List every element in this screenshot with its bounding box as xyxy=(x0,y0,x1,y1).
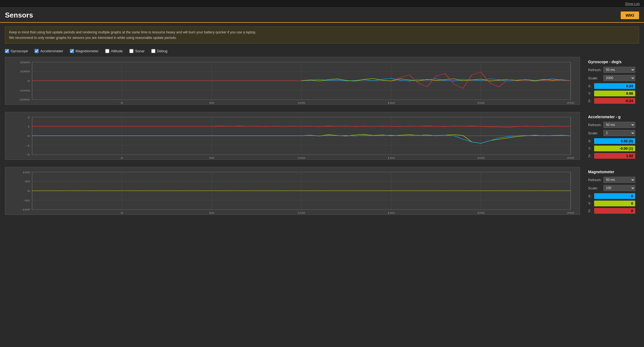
wiki-button[interactable]: WIKI xyxy=(621,11,639,19)
gyroscope-x-row: X: 0.24 xyxy=(588,83,635,89)
checkbox-altitude[interactable]: Altitude xyxy=(105,49,123,53)
gyroscope-panel: Gyroscope - deg/s Refresh: 50 ms 10 ms 2… xyxy=(584,57,639,108)
checkbox-magnetometer-input[interactable] xyxy=(70,49,74,53)
svg-text:50: 50 xyxy=(209,211,214,214)
svg-text:-1000: -1000 xyxy=(18,89,30,92)
magnetometer-x-value: 0 xyxy=(594,193,635,199)
svg-text:-50: -50 xyxy=(23,199,30,202)
svg-text:100: 100 xyxy=(298,211,305,214)
checkbox-accelerometer[interactable]: Accelerometer xyxy=(35,49,63,53)
gyroscope-row: 2000 1000 0 -1000 -2000 0 50 100 150 200… xyxy=(5,57,639,108)
accelerometer-chart: 2 1 0 -1 -2 0 50 100 150 200 250 xyxy=(5,112,580,160)
checkbox-sonar-label: Sonar xyxy=(135,49,145,53)
svg-text:-100: -100 xyxy=(21,208,30,211)
checkbox-sonar-input[interactable] xyxy=(129,49,133,53)
gyroscope-y-row: Y: 0.98 xyxy=(588,91,635,96)
accelerometer-x-row: X: 0.02 (0) xyxy=(588,138,635,144)
checkbox-magnetometer[interactable]: Magnetometer xyxy=(70,49,99,53)
magnetometer-panel-title: Magnetometer xyxy=(588,170,635,174)
magnetometer-scale-label: Scale: xyxy=(588,186,602,190)
checkbox-gyroscope-input[interactable] xyxy=(5,49,9,53)
magnetometer-x-row: X: 0 xyxy=(588,193,635,199)
checkbox-sonar[interactable]: Sonar xyxy=(129,49,145,53)
magnetometer-chart: 100 50 0 -50 -100 0 50 100 150 200 250 xyxy=(5,167,580,215)
gyroscope-chart: 2000 1000 0 -1000 -2000 0 50 100 150 200… xyxy=(5,57,580,105)
magnetometer-panel: Magnetometer Refresh: 50 ms 10 ms 20 ms … xyxy=(584,167,639,218)
gyroscope-z-row: Z: -0.24 xyxy=(588,98,635,104)
svg-text:-2: -2 xyxy=(26,153,30,156)
accelerometer-z-row: Z: 1.02 xyxy=(588,153,635,159)
svg-text:-1: -1 xyxy=(26,144,30,147)
magnetometer-scale-select[interactable]: 100 200 400 1000 xyxy=(603,185,635,191)
svg-text:200: 200 xyxy=(477,101,485,104)
svg-text:-2000: -2000 xyxy=(18,98,30,101)
magnetometer-refresh-select[interactable]: 50 ms 10 ms 20 ms 100 ms 200 ms 500 ms xyxy=(603,177,635,183)
svg-text:100: 100 xyxy=(298,156,305,159)
svg-text:150: 150 xyxy=(387,101,395,104)
accelerometer-scale-row: Scale: 2 4 8 16 xyxy=(588,130,635,136)
svg-text:150: 150 xyxy=(387,156,395,159)
warning-line2: We recommend to only render graphs for s… xyxy=(9,35,635,41)
magnetometer-refresh-row: Refresh: 50 ms 10 ms 20 ms 100 ms 200 ms… xyxy=(588,177,635,183)
checkbox-magnetometer-label: Magnetometer xyxy=(76,49,99,53)
sensor-checkboxes: Gyroscope Accelerometer Magnetometer Alt… xyxy=(0,46,644,57)
svg-text:200: 200 xyxy=(477,156,485,159)
svg-text:100: 100 xyxy=(22,171,30,174)
accelerometer-scale-label: Scale: xyxy=(588,131,602,135)
checkbox-gyroscope-label: Gyroscope xyxy=(11,49,28,53)
magnetometer-z-row: Z: 0 xyxy=(588,208,635,214)
checkbox-gyroscope[interactable]: Gyroscope xyxy=(5,49,28,53)
checkbox-accelerometer-input[interactable] xyxy=(35,49,39,53)
svg-text:0: 0 xyxy=(121,101,123,104)
gyroscope-y-value: 0.98 xyxy=(594,91,635,96)
svg-text:50: 50 xyxy=(25,180,30,183)
magnetometer-x-label: X: xyxy=(588,194,594,198)
accelerometer-y-row: Y: -0.00 (1) xyxy=(588,146,635,151)
accelerometer-y-value: -0.00 (1) xyxy=(594,146,635,151)
top-bar: Show Log xyxy=(0,0,644,8)
accelerometer-refresh-select[interactable]: 50 ms 10 ms 20 ms 100 ms 200 ms 500 ms xyxy=(603,122,635,128)
svg-text:0: 0 xyxy=(121,156,123,159)
accelerometer-z-label: Z: xyxy=(588,154,594,158)
svg-text:0: 0 xyxy=(27,79,30,82)
svg-text:250: 250 xyxy=(567,156,574,159)
gyroscope-x-label: X: xyxy=(588,84,594,88)
accelerometer-panel: Accelerometer - g Refresh: 50 ms 10 ms 2… xyxy=(584,112,639,163)
show-log-link[interactable]: Show Log xyxy=(625,2,640,6)
warning-box: Keep in mind that using fast update peri… xyxy=(5,27,639,44)
gyroscope-scale-label: Scale: xyxy=(588,76,602,80)
accelerometer-x-label: X: xyxy=(588,139,594,143)
accelerometer-y-label: Y: xyxy=(588,146,594,151)
gyroscope-scale-select[interactable]: 2000 250 500 1000 xyxy=(603,75,635,81)
svg-text:100: 100 xyxy=(298,101,305,104)
accelerometer-row: 2 1 0 -1 -2 0 50 100 150 200 250 xyxy=(5,112,639,163)
svg-text:0: 0 xyxy=(27,134,30,137)
checkbox-altitude-input[interactable] xyxy=(105,49,109,53)
magnetometer-refresh-label: Refresh: xyxy=(588,178,602,182)
svg-text:1000: 1000 xyxy=(20,70,30,73)
accelerometer-z-value: 1.02 xyxy=(594,153,635,159)
content-area: 2000 1000 0 -1000 -2000 0 50 100 150 200… xyxy=(0,57,644,222)
gyroscope-refresh-select[interactable]: 50 ms 10 ms 20 ms 100 ms 200 ms 500 ms xyxy=(603,67,635,73)
gyroscope-refresh-label: Refresh: xyxy=(588,68,602,72)
magnetometer-scale-row: Scale: 100 200 400 1000 xyxy=(588,185,635,191)
accelerometer-scale-select[interactable]: 2 4 8 16 xyxy=(603,130,635,136)
checkbox-debug[interactable]: Debug xyxy=(151,49,167,53)
svg-text:0: 0 xyxy=(121,211,123,214)
page-title: Sensors xyxy=(5,11,33,19)
magnetometer-y-value: 0 xyxy=(594,201,635,206)
gyroscope-refresh-row: Refresh: 50 ms 10 ms 20 ms 100 ms 200 ms… xyxy=(588,67,635,73)
accelerometer-panel-title: Accelerometer - g xyxy=(588,115,635,119)
svg-text:2: 2 xyxy=(27,116,30,119)
magnetometer-z-value: 0 xyxy=(594,208,635,214)
accelerometer-refresh-label: Refresh: xyxy=(588,123,602,127)
svg-text:50: 50 xyxy=(209,156,214,159)
svg-text:250: 250 xyxy=(567,101,574,104)
svg-text:200: 200 xyxy=(477,211,485,214)
gyroscope-z-value: -0.24 xyxy=(594,98,635,104)
checkbox-debug-input[interactable] xyxy=(151,49,155,53)
main-header: Sensors WIKI xyxy=(0,8,644,23)
gyroscope-z-label: Z: xyxy=(588,99,594,103)
gyroscope-scale-row: Scale: 2000 250 500 1000 xyxy=(588,75,635,81)
checkbox-altitude-label: Altitude xyxy=(111,49,123,53)
